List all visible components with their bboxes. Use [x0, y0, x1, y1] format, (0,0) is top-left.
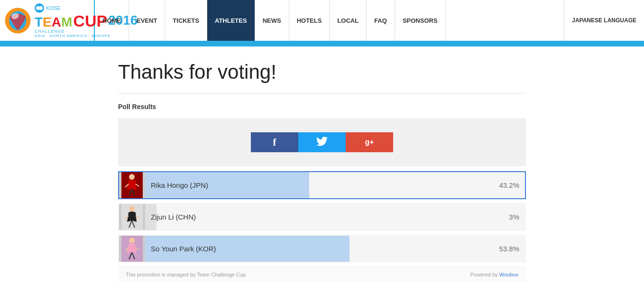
poll-bar-zijun: Zijun Li (CHN) 3% — [145, 204, 525, 230]
logo-kose: KOSE — [35, 3, 61, 13]
nav-tickets[interactable]: TICKETS — [165, 0, 207, 41]
svg-point-7 — [129, 174, 135, 180]
poll-thumb-zijun — [119, 204, 145, 230]
skater-figure-zijun — [121, 204, 143, 230]
twitter-icon — [316, 137, 328, 148]
poll-item-zijun: Zijun Li (CHN) 3% — [118, 203, 526, 231]
divider — [118, 93, 526, 93]
promo-text: This promotion is managed by Team Challe… — [126, 272, 247, 277]
poll-name-park: So Youn Park (KOR) — [145, 245, 216, 253]
facebook-icon: f — [273, 136, 276, 148]
main-content: Thanks for voting! Poll Results f g+ — [109, 46, 535, 285]
nav-athletes[interactable]: ATHLETES — [207, 0, 255, 41]
nav-news[interactable]: NEWS — [255, 0, 289, 41]
woobox-link[interactable]: Woobox — [499, 272, 518, 277]
svg-point-11 — [129, 238, 135, 243]
poll-bar-park: So Youn Park (KOR) 53.8% — [145, 236, 525, 262]
nav-sponsors[interactable]: SPONSORS — [395, 0, 446, 41]
kose-icon — [35, 3, 44, 13]
poll-list: Rika Hongo (JPN) 43.2% Zijun Li (CHN) 3% — [118, 171, 526, 263]
logo-area: KOSE TEAM CUP 2016 CHALLENGE ASIA · NORT… — [0, 0, 95, 41]
accent-bar — [0, 43, 644, 46]
svg-point-9 — [129, 206, 135, 211]
nav-japanese[interactable]: JAPANESE LANGUAGE — [564, 0, 644, 41]
facebook-button[interactable]: f — [251, 132, 298, 152]
poll-results-label: Poll Results — [118, 103, 526, 110]
nav-faq[interactable]: FAQ — [367, 0, 395, 41]
social-buttons: f g+ — [128, 132, 516, 152]
skater-figure-rika — [121, 172, 143, 198]
twitter-button[interactable] — [298, 132, 346, 152]
poll-name-zijun: Zijun Li (CHN) — [145, 213, 196, 221]
nav-local[interactable]: LOCAL — [330, 0, 367, 41]
site-header: KOSE TEAM CUP 2016 CHALLENGE ASIA · NORT… — [0, 0, 644, 43]
gplus-button[interactable]: g+ — [346, 132, 393, 152]
poll-percent-zijun: 3% — [509, 213, 519, 221]
poll-item-park: So Youn Park (KOR) 53.8% — [118, 235, 526, 263]
skater-figure-park — [121, 236, 143, 262]
powered-by: Powered by Woobox — [470, 272, 518, 277]
svg-point-5 — [39, 6, 43, 10]
poll-thumb-park — [119, 236, 145, 262]
poll-thumb-rika — [119, 172, 145, 198]
logo-challenge: CHALLENGE — [35, 29, 65, 34]
nav-event[interactable]: EVENT — [129, 0, 165, 41]
main-nav: HOME EVENT TICKETS ATHLETES NEWS HOTELS … — [95, 0, 644, 41]
poll-percent-park: 53.8% — [499, 245, 519, 253]
poll-percent-rika: 43.2% — [499, 181, 519, 189]
poll-item-rika: Rika Hongo (JPN) 43.2% — [118, 171, 526, 199]
nav-home[interactable]: HOME — [95, 0, 129, 41]
nav-hotels[interactable]: HOTELS — [289, 0, 330, 41]
poll-box: f g+ — [118, 118, 526, 166]
logo-icon — [5, 8, 31, 34]
poll-footer: This promotion is managed by Team Challe… — [118, 267, 526, 282]
logo-team: TEAM — [35, 16, 72, 29]
thanks-heading: Thanks for voting! — [118, 61, 526, 83]
poll-bar-rika: Rika Hongo (JPN) 43.2% — [145, 172, 525, 198]
poll-name-rika: Rika Hongo (JPN) — [145, 181, 208, 189]
gplus-icon: g+ — [365, 138, 374, 147]
